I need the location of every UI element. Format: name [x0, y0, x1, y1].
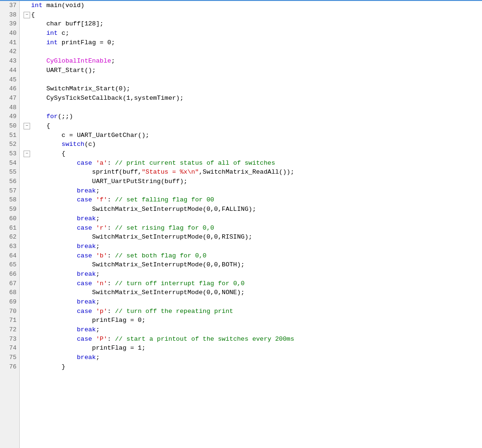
code-line: case 'r': // set rising flag for 0,0 [24, 224, 482, 233]
line-number: 42 [3, 47, 16, 56]
code-token [31, 38, 46, 48]
code-line: − { [24, 149, 482, 159]
line-number: 73 [3, 335, 16, 344]
code-line: case 'a': // print current status of all… [24, 159, 482, 168]
code-token: case [77, 307, 92, 316]
line-number: 63 [3, 242, 16, 251]
code-token [31, 56, 46, 66]
code-token: case [77, 251, 92, 261]
code-token: main(void) [42, 1, 84, 10]
line-number: 46 [3, 84, 16, 94]
code-token: } [31, 362, 65, 372]
code-line: int main(void) [24, 1, 482, 10]
code-line [24, 47, 482, 56]
line-number-gutter: 3738394041424344454647484950515253545556… [0, 1, 20, 448]
fold-icon[interactable]: − [24, 123, 30, 129]
code-token: break [77, 186, 96, 196]
code-token [31, 325, 77, 335]
code-content: int main(void)−{ char buff[128]; int c; … [20, 1, 482, 448]
code-token: 'a' [96, 159, 107, 168]
code-token: SwitchMatrix_SetInterruptMode(0,0,FALLIN… [31, 205, 256, 214]
code-token: case [77, 335, 92, 344]
line-number: 66 [3, 270, 16, 279]
line-number: 64 [3, 251, 16, 261]
code-line: case 'f': // set falling flag for 00 [24, 195, 482, 205]
code-token [92, 224, 96, 233]
line-number: 67 [3, 279, 16, 288]
code-token: SwitchMatrix_Start(0); [31, 84, 130, 94]
code-line: int printFlag = 0; [24, 38, 482, 48]
code-token: 'P' [96, 335, 107, 344]
code-token [31, 335, 77, 344]
line-number: 60 [3, 214, 16, 224]
code-token: 'r' [96, 224, 107, 233]
line-number: 55 [3, 168, 16, 177]
code-line: −{ [24, 10, 482, 20]
code-token: 'b' [96, 251, 107, 261]
code-token: break [77, 325, 96, 335]
line-number: 65 [3, 260, 16, 270]
code-token [31, 214, 77, 224]
code-token: ; [111, 56, 115, 66]
code-token: break [77, 242, 96, 251]
code-token: ; [96, 186, 100, 196]
code-token: int [31, 1, 42, 10]
line-number: 71 [3, 316, 16, 325]
code-editor: 3738394041424344454647484950515253545556… [0, 0, 482, 448]
code-token: break [77, 214, 96, 224]
code-token [31, 224, 77, 233]
code-token: : [107, 159, 115, 168]
code-token [31, 195, 77, 205]
code-token: case [77, 159, 92, 168]
line-number: 50 [3, 121, 16, 131]
line-number: 70 [3, 307, 16, 316]
code-token: break [77, 353, 96, 362]
code-token: 'n' [96, 279, 107, 288]
code-token [31, 353, 77, 362]
code-line: break; [24, 353, 482, 362]
code-token [31, 140, 62, 149]
code-token: // set both flag for 0,0 [115, 251, 206, 261]
line-number: 48 [3, 103, 16, 112]
code-token: ; [96, 214, 100, 224]
code-token [92, 335, 96, 344]
code-line: break; [24, 297, 482, 307]
code-token: // start a printout of the switches ever… [115, 335, 294, 344]
code-token: printFlag = 0; [58, 38, 115, 48]
code-token: (;;) [58, 112, 73, 121]
code-line: SwitchMatrix_SetInterruptMode(0,0,BOTH); [24, 260, 482, 270]
code-line: break; [24, 242, 482, 251]
code-line [24, 75, 482, 85]
line-number: 43 [3, 56, 16, 66]
line-number: 51 [3, 131, 16, 140]
code-line: CyGlobalIntEnable; [24, 56, 482, 66]
code-line: break; [24, 325, 482, 335]
fold-icon[interactable]: − [24, 12, 30, 18]
line-number: 49 [3, 112, 16, 121]
code-token: case [77, 279, 92, 288]
code-line: SwitchMatrix_SetInterruptMode(0,0,FALLIN… [24, 205, 482, 214]
code-line: CySysTickSetCallback(1,systemTimer); [24, 94, 482, 103]
code-line: printFlag = 1; [24, 344, 482, 353]
line-number: 41 [3, 38, 16, 48]
code-token: : [107, 251, 115, 261]
code-token [31, 112, 46, 121]
code-line: UART_UartPutString(buff); [24, 177, 482, 186]
code-token [31, 159, 77, 168]
code-line: char buff[128]; [24, 19, 482, 29]
code-token: : [107, 224, 115, 233]
code-token [92, 307, 96, 316]
fold-icon[interactable]: − [24, 151, 30, 157]
code-token: ,SwitchMatrix_ReadAll()); [199, 168, 294, 177]
code-token: CySysTickSetCallback(1,systemTimer); [31, 94, 184, 103]
code-token: break [77, 297, 96, 307]
code-token: int [46, 29, 57, 38]
line-number: 44 [3, 66, 16, 75]
code-line: SwitchMatrix_SetInterruptMode(0,0,NONE); [24, 288, 482, 297]
code-line: break; [24, 186, 482, 196]
line-number: 56 [3, 177, 16, 186]
code-token: { [31, 121, 50, 131]
code-token: SwitchMatrix_SetInterruptMode(0,0,BOTH); [31, 260, 245, 270]
code-token: // set falling flag for 00 [115, 195, 214, 205]
line-number: 76 [3, 362, 16, 372]
